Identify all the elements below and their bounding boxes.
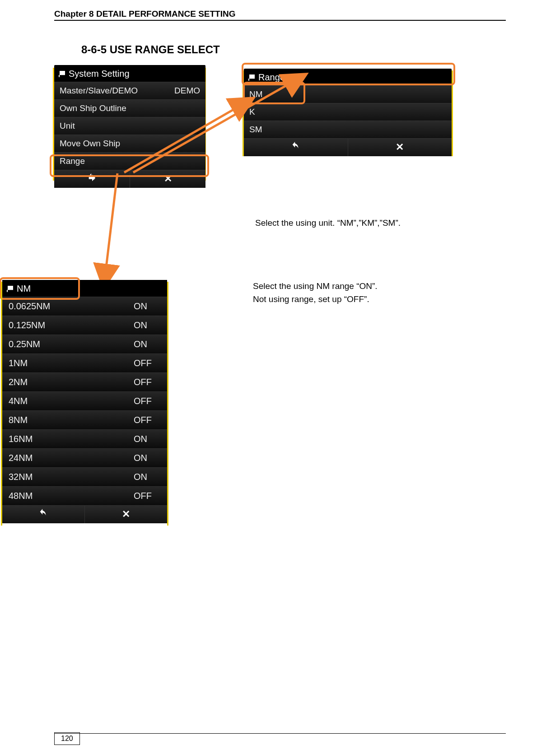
menu-label: Range	[60, 156, 85, 166]
menu-label: Unit	[60, 121, 75, 131]
nm-label: 8NM	[9, 415, 63, 425]
nm-label: 0.0625NM	[9, 301, 63, 312]
back-button[interactable]	[54, 170, 130, 188]
instruction-select-range: Select the using NM range “ON”. Not usin…	[253, 280, 378, 306]
back-arrow-icon	[291, 141, 301, 151]
panel-title: NM	[2, 280, 167, 297]
section-title: 8-6-5 USE RANGE SELECT	[81, 43, 506, 56]
range-panel: Range NM K SM ✕	[244, 69, 452, 156]
nm-range-row[interactable]: 2NMOFF	[2, 372, 167, 391]
nm-label: 2NM	[9, 377, 63, 387]
menu-item-range[interactable]: Range	[54, 152, 205, 170]
nm-state: ON	[134, 434, 161, 444]
nm-range-row[interactable]: 32NMON	[2, 467, 167, 486]
flag-icon	[59, 71, 65, 77]
flag-icon	[7, 286, 13, 292]
nm-state: ON	[134, 339, 161, 349]
decorative-edge	[243, 70, 244, 156]
nm-range-row[interactable]: 4NMOFF	[2, 391, 167, 410]
nm-label: 16NM	[9, 434, 63, 444]
instruction-line-on: Select the using NM range “ON”.	[253, 280, 378, 293]
menu-value: DEMO	[174, 86, 200, 96]
flag-icon	[248, 74, 255, 81]
menu-label: SM	[249, 125, 262, 135]
decorative-edge	[167, 282, 168, 526]
system-setting-panel: System Setting Master/Slave/DEMO DEMO Ow…	[54, 65, 205, 188]
back-arrow-icon	[38, 508, 48, 518]
nm-label: 1NM	[9, 358, 63, 368]
decorative-edge	[452, 70, 453, 156]
page-number: 120	[54, 732, 80, 745]
nm-state: ON	[134, 453, 161, 463]
menu-label: Own Ship Outline	[60, 103, 126, 113]
range-item-nm[interactable]: NM	[244, 85, 452, 103]
nm-state: ON	[134, 472, 161, 482]
chapter-header: Chapter 8 DETAIL PERFORMANCE SETTING	[54, 9, 506, 21]
nm-label: 48NM	[9, 491, 63, 501]
close-button[interactable]: ✕	[130, 170, 205, 188]
menu-item-master-slave[interactable]: Master/Slave/DEMO DEMO	[54, 82, 205, 99]
panel-title-text: System Setting	[69, 69, 130, 79]
decorative-edge	[1, 282, 2, 526]
nm-range-row[interactable]: 0.25NMON	[2, 335, 167, 354]
panel-title-text: Range	[258, 72, 285, 83]
nm-label: 24NM	[9, 453, 63, 463]
nm-state: OFF	[134, 491, 161, 501]
nm-range-row[interactable]: 48NMOFF	[2, 486, 167, 505]
close-icon: ✕	[122, 508, 130, 520]
nm-label: 4NM	[9, 396, 63, 406]
footer-rule	[54, 733, 506, 734]
range-item-km[interactable]: K	[244, 103, 452, 121]
menu-label: NM	[249, 89, 263, 99]
nm-state: OFF	[134, 415, 161, 425]
nm-state: OFF	[134, 396, 161, 406]
panel-button-row: ✕	[54, 170, 205, 188]
panel-title: Range	[244, 69, 452, 85]
nm-state: ON	[134, 320, 161, 330]
panel-title-text: NM	[17, 284, 31, 294]
back-button[interactable]	[244, 139, 348, 156]
menu-label: Master/Slave/DEMO	[60, 86, 138, 96]
close-icon: ✕	[396, 141, 404, 153]
nm-range-row[interactable]: 1NMOFF	[2, 354, 167, 372]
nm-label: 0.25NM	[9, 339, 63, 349]
close-button[interactable]: ✕	[348, 139, 452, 156]
nm-range-row[interactable]: 0.125NMON	[2, 316, 167, 335]
nm-state: OFF	[134, 377, 161, 387]
nm-state: ON	[134, 301, 161, 312]
nm-range-row[interactable]: 16NMON	[2, 429, 167, 448]
menu-item-own-ship-outline[interactable]: Own Ship Outline	[54, 99, 205, 117]
back-button[interactable]	[2, 506, 85, 523]
instruction-select-unit: Select the using unit. “NM”,”KM”,”SM”.	[255, 217, 401, 230]
range-item-sm[interactable]: SM	[244, 121, 452, 138]
nm-label: 32NM	[9, 472, 63, 482]
panel-title: System Setting	[54, 65, 205, 82]
menu-label: K	[249, 107, 255, 117]
nm-range-row[interactable]: 0.0625NMON	[2, 297, 167, 316]
menu-label: Move Own Ship	[60, 139, 120, 149]
nm-range-row[interactable]: 8NMOFF	[2, 410, 167, 429]
back-arrow-icon	[87, 173, 97, 183]
nm-state: OFF	[134, 358, 161, 368]
panel-button-row: ✕	[2, 505, 167, 523]
nm-label: 0.125NM	[9, 320, 63, 330]
panel-button-row: ✕	[244, 138, 452, 156]
close-button[interactable]: ✕	[85, 506, 167, 523]
close-icon: ✕	[164, 173, 172, 184]
instruction-line-off: Not using range, set up “OFF”.	[253, 293, 378, 306]
menu-item-move-own-ship[interactable]: Move Own Ship	[54, 135, 205, 152]
svg-line-2	[104, 173, 117, 286]
menu-item-unit[interactable]: Unit	[54, 117, 205, 135]
nm-panel: NM 0.0625NMON 0.125NMON 0.25NMON 1NMOFF …	[2, 280, 167, 523]
nm-range-row[interactable]: 24NMON	[2, 448, 167, 467]
